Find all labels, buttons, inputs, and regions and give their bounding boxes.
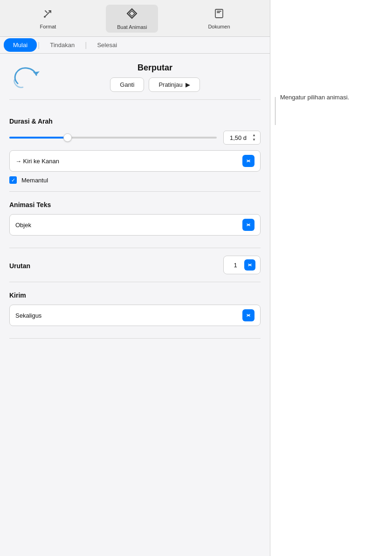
duration-value: 1,50 d [227,134,250,141]
buat-animasi-label: Buat Animasi [117,24,147,30]
animation-preview-icon [9,65,42,90]
deliver-dropdown-icon[interactable] [242,309,254,321]
duration-input[interactable]: 1,50 d ▲ ▼ [223,131,261,145]
toolbar-buat-animasi[interactable]: Buat Animasi [106,5,158,33]
toolbar-dokumen[interactable]: Dokumen [197,5,241,32]
order-title: Urutan [9,262,30,270]
tab-tindakan[interactable]: Tindakan [41,37,84,53]
format-label: Format [40,24,56,29]
order-input[interactable]: 1 [223,256,261,274]
duration-row: 1,50 d ▲ ▼ [9,131,261,145]
bounce-checkbox[interactable]: ✓ [9,176,17,184]
animation-name: Berputar [138,63,172,73]
animation-header: Berputar Ganti Pratinjau ▶ [9,63,261,100]
text-animation-dropdown-icon[interactable] [242,219,254,231]
change-button[interactable]: Ganti [110,77,144,92]
toolbar-format[interactable]: Format [28,5,67,32]
duration-slider[interactable] [9,137,217,139]
tab-mulai[interactable]: Mulai [4,38,37,52]
slider-fill [9,137,68,139]
tab-divider-1: | [37,41,41,49]
bounce-row: ✓ Memantul [9,176,261,184]
stepper-up[interactable]: ▲ [251,133,257,138]
tab-selesai[interactable]: Selesai [88,37,126,53]
svg-rect-7 [217,12,220,13]
buat-animasi-icon [126,7,138,22]
duration-section: Durasi & Arah 1,50 d ▲ ▼ → Kiri ke Kanan [9,108,261,192]
deliver-title: Kirim [9,292,261,299]
text-animation-value: Objek [15,222,242,229]
checkmark-icon: ✓ [11,178,15,183]
direction-select[interactable]: → Kiri ke Kanan [9,150,261,172]
preview-button[interactable]: Pratinjau ▶ [149,77,199,92]
play-icon: ▶ [186,81,190,88]
animation-info: Berputar Ganti Pratinjau ▶ [49,63,261,92]
svg-line-1 [45,11,47,13]
annotation-text: Mengatur pilihan animasi. [280,93,349,102]
direction-dropdown-icon[interactable] [242,155,254,167]
format-icon [42,8,54,22]
annotation-line [275,97,275,125]
text-animation-section: Animasi Teks Objek [9,192,261,248]
animation-buttons: Ganti Pratinjau ▶ [110,77,199,92]
deliver-section: Kirim Sekaligus [9,282,261,339]
order-section: Urutan 1 [9,248,261,282]
svg-rect-6 [217,11,221,12]
duration-stepper: ▲ ▼ [251,133,257,142]
text-animation-select[interactable]: Objek [9,214,261,236]
bounce-label: Memantul [21,177,48,184]
direction-label: → Kiri ke Kanan [15,158,242,165]
content: Berputar Ganti Pratinjau ▶ Durasi & Arah [0,54,270,556]
svg-point-2 [44,16,46,18]
side-annotation: Mengatur pilihan animasi. [270,0,392,556]
duration-title: Durasi & Arah [9,118,261,125]
svg-rect-5 [215,9,223,18]
order-stepper-icon[interactable] [244,259,255,271]
tabs: Mulai | Tindakan | Selesai [0,37,270,54]
toolbar: Format Buat Animasi Dokumen [0,0,270,37]
order-row: Urutan 1 [9,256,261,274]
deliver-value: Sekaligus [15,312,242,319]
stepper-down[interactable]: ▼ [251,138,257,142]
tab-divider-2: | [84,41,88,49]
deliver-select[interactable]: Sekaligus [9,305,261,326]
order-value: 1 [228,262,242,269]
dokumen-icon [213,8,225,22]
text-animation-title: Animasi Teks [9,201,261,208]
dokumen-label: Dokumen [208,24,230,29]
panel: Format Buat Animasi Dokumen [0,0,270,556]
slider-thumb[interactable] [63,133,72,142]
